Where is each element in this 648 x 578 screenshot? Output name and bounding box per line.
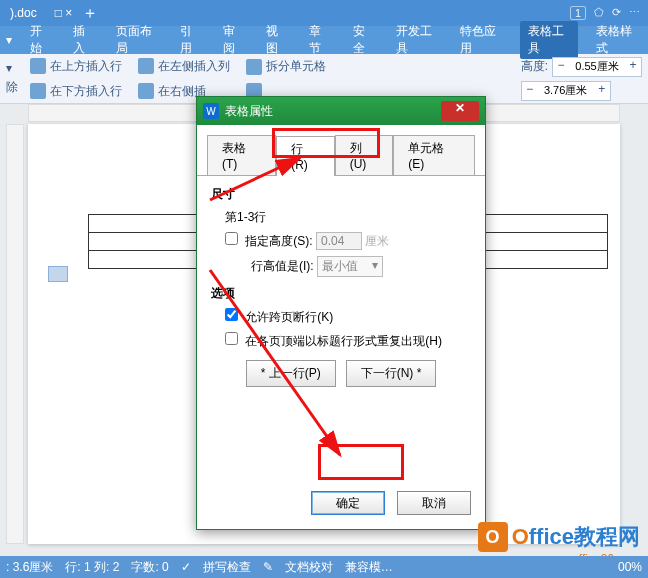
status-spellcheck-icon[interactable]: ✓ bbox=[181, 560, 191, 574]
annotation-highlight-tabs bbox=[272, 128, 380, 158]
tab-view[interactable]: 视图 bbox=[262, 21, 291, 59]
watermark-o: O bbox=[512, 524, 529, 549]
row-height-is-label: 行高值是(I): bbox=[251, 259, 314, 273]
allow-break-checkbox[interactable] bbox=[225, 308, 238, 321]
window-buttons: 1 ⬠ ⟳ ⋯ bbox=[562, 6, 648, 20]
tab-tabletools[interactable]: 表格工具 bbox=[520, 21, 578, 59]
tab-tablestyle[interactable]: 表格样式 bbox=[592, 21, 642, 59]
width-stepper[interactable]: − + bbox=[521, 81, 611, 101]
allow-break-label: 允许跨页断行(K) bbox=[245, 310, 333, 324]
height-unit-label: 厘米 bbox=[365, 234, 389, 248]
specify-height-checkbox[interactable] bbox=[225, 232, 238, 245]
ok-button[interactable]: 确定 bbox=[311, 491, 385, 515]
watermark-text: ffice教程网 bbox=[529, 524, 640, 549]
status-zoom[interactable]: 00% bbox=[618, 560, 642, 574]
tab-review[interactable]: 审阅 bbox=[219, 21, 248, 59]
ribbon-tabs: ▾ 开始 插入 页面布局 引用 审阅 视图 章节 安全 开发工具 特色应用 表格… bbox=[0, 26, 648, 54]
more-icon[interactable]: ⋯ bbox=[629, 6, 640, 20]
close-button[interactable]: ✕ bbox=[441, 101, 479, 121]
repeat-header-label: 在各页顶端以标题行形式重复出现(H) bbox=[245, 334, 442, 348]
insert-below-icon bbox=[30, 83, 46, 99]
height-input[interactable] bbox=[569, 58, 625, 76]
tab-pagelayout[interactable]: 页面布局 bbox=[112, 21, 162, 59]
insert-above-icon bbox=[30, 58, 46, 74]
split-icon bbox=[246, 59, 262, 75]
row-height-mode-combo[interactable]: 最小值▾ bbox=[317, 256, 383, 277]
annotation-highlight-ok bbox=[318, 444, 404, 480]
dialog-titlebar[interactable]: W 表格属性 ✕ bbox=[197, 97, 485, 125]
insert-right-icon bbox=[138, 83, 154, 99]
height-label: 高度: bbox=[521, 58, 548, 75]
status-rowcol: 行: 1 列: 2 bbox=[65, 559, 119, 576]
insert-left-icon bbox=[138, 58, 154, 74]
insert-row-below-button[interactable]: 在下方插入行 bbox=[26, 81, 126, 102]
toolbar-dropdown-icon[interactable]: ▾ bbox=[6, 61, 18, 75]
plus-icon[interactable]: + bbox=[594, 82, 610, 100]
watermark-icon: O bbox=[478, 522, 508, 552]
status-pos: : 3.6厘米 bbox=[6, 559, 53, 576]
tab-features[interactable]: 特色应用 bbox=[456, 21, 506, 59]
split-cells-button[interactable]: 拆分单元格 bbox=[242, 56, 330, 77]
insert-row-above-button[interactable]: 在上方插入行 bbox=[26, 56, 126, 77]
status-spellcheck[interactable]: 拼写检查 bbox=[203, 559, 251, 576]
size-section-title: 尺寸 bbox=[211, 186, 471, 203]
sync-icon[interactable]: ⟳ bbox=[612, 6, 621, 20]
window-indicator: 1 bbox=[570, 6, 586, 20]
tab-cell[interactable]: 单元格(E) bbox=[393, 135, 475, 175]
status-wordcount: 字数: 0 bbox=[131, 559, 168, 576]
next-row-button[interactable]: 下一行(N) * bbox=[346, 360, 437, 387]
document-name: ).doc bbox=[0, 6, 47, 20]
specify-height-label: 指定高度(S): bbox=[245, 234, 312, 248]
tab-controls[interactable]: □ × bbox=[47, 6, 81, 20]
status-proofread-icon[interactable]: ✎ bbox=[263, 560, 273, 574]
cancel-button[interactable]: 取消 bbox=[397, 491, 471, 515]
status-compat: 兼容模… bbox=[345, 559, 393, 576]
minus-icon[interactable]: − bbox=[553, 58, 569, 76]
chevron-down-icon: ▾ bbox=[372, 258, 378, 275]
statusbar: : 3.6厘米 行: 1 列: 2 字数: 0 ✓ 拼写检查 ✎ 文档校对 兼容… bbox=[0, 556, 648, 578]
delete-label[interactable]: 除 bbox=[6, 79, 18, 96]
plus-icon[interactable]: + bbox=[625, 58, 641, 76]
width-input[interactable] bbox=[538, 82, 594, 100]
layout-icon[interactable] bbox=[48, 266, 68, 282]
tab-devtools[interactable]: 开发工具 bbox=[392, 21, 442, 59]
ruler-vertical[interactable] bbox=[6, 124, 24, 544]
repeat-header-checkbox[interactable] bbox=[225, 332, 238, 345]
shape-icon[interactable]: ⬠ bbox=[594, 6, 604, 20]
tab-start[interactable]: 开始 bbox=[26, 21, 55, 59]
tab-section[interactable]: 章节 bbox=[305, 21, 334, 59]
tab-security[interactable]: 安全 bbox=[349, 21, 378, 59]
insert-col-left-button[interactable]: 在左侧插入列 bbox=[134, 56, 234, 77]
rows-range-label: 第1-3行 bbox=[225, 209, 471, 226]
height-value-input[interactable] bbox=[316, 232, 362, 250]
tab-insert[interactable]: 插入 bbox=[69, 21, 98, 59]
watermark: O Office教程网 www.office26.com bbox=[478, 522, 640, 552]
options-section-title: 选项 bbox=[211, 285, 471, 302]
status-proofread[interactable]: 文档校对 bbox=[285, 559, 333, 576]
tab-references[interactable]: 引用 bbox=[176, 21, 205, 59]
height-stepper[interactable]: − + bbox=[552, 57, 642, 77]
dialog-title: 表格属性 bbox=[225, 103, 273, 120]
chevron-down-icon[interactable]: ▾ bbox=[6, 33, 12, 47]
tab-table[interactable]: 表格(T) bbox=[207, 135, 276, 175]
app-icon: W bbox=[203, 103, 219, 119]
minus-icon[interactable]: − bbox=[522, 82, 538, 100]
prev-row-button[interactable]: * 上一行(P) bbox=[246, 360, 336, 387]
